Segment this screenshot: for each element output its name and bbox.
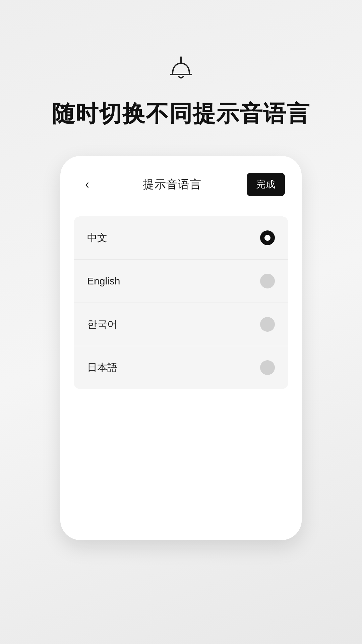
page-title: 随时切换不同提示音语言 [52, 99, 310, 129]
back-chevron-icon: ‹ [85, 177, 89, 192]
radio-button-zh[interactable] [260, 230, 275, 245]
language-item-ja[interactable]: 日本語 [74, 346, 288, 389]
language-label-ja: 日本語 [87, 361, 117, 375]
language-list: 中文 English 한국어 日本語 [74, 216, 288, 389]
phone-screen: ‹ 提示音语言 完成 中文 English 한국어 [60, 156, 302, 540]
phone-content-area [60, 389, 302, 540]
done-button[interactable]: 完成 [247, 173, 285, 196]
radio-button-en[interactable] [260, 274, 275, 288]
phone-mockup: ‹ 提示音语言 完成 中文 English 한국어 [60, 156, 302, 540]
language-label-en: English [87, 275, 120, 287]
back-button[interactable]: ‹ [77, 174, 97, 195]
screen-header: ‹ 提示音语言 完成 [60, 156, 302, 206]
language-item-en[interactable]: English [74, 260, 288, 303]
radio-inner-zh [264, 235, 270, 241]
language-label-ko: 한국어 [87, 318, 117, 331]
radio-button-ja[interactable] [260, 360, 275, 375]
bell-icon [166, 54, 196, 85]
language-item-ko[interactable]: 한국어 [74, 303, 288, 346]
language-item-zh[interactable]: 中文 [74, 216, 288, 260]
radio-button-ko[interactable] [260, 317, 275, 332]
screen-title: 提示音语言 [143, 177, 201, 192]
language-label-zh: 中文 [87, 231, 107, 245]
